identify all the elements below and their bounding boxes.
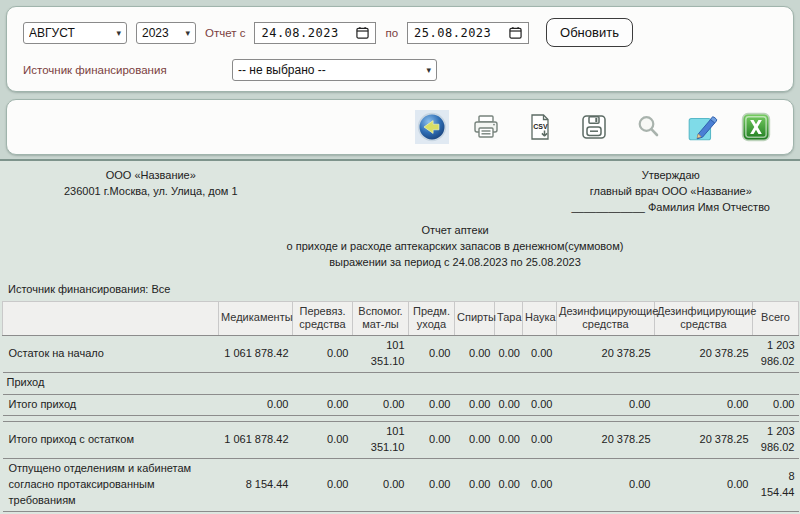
approve-line: Утверждаю [571,168,770,184]
excel-export-icon[interactable] [739,110,773,144]
value-cell: 8 154.44 [219,458,293,511]
report-from-label: Отчет с [205,27,245,39]
calendar-icon[interactable] [509,26,522,39]
edit-icon[interactable] [685,110,719,144]
value-cell: 0.00 [523,421,557,458]
value-cell: 101 351.10 [353,421,409,458]
value-cell: 0.00 [495,336,523,373]
report-table: МедикаментыПеревяз. средстваВспомог. мат… [2,301,799,514]
value-cell: 101 351.10 [353,336,409,373]
value-cell: 20 378.25 [557,421,655,458]
to-label: по [385,27,398,39]
header-cell: Перевяз. средства [293,301,353,336]
report-title: Отчет аптеки о приходе и расходе аптекар… [2,223,798,271]
value-cell: 0.00 [523,394,557,415]
value-cell: 0.00 [455,394,495,415]
table-header-row: МедикаментыПеревяз. средстваВспомог. мат… [3,301,799,336]
month-select[interactable]: АВГУСТ [23,22,127,44]
value-cell: 0.00 [655,394,753,415]
report-area: ООО «Название» 236001 г.Москва, ул. Улиц… [0,161,800,514]
date-to-input[interactable]: 25.08.2023 [407,22,529,44]
value-cell: 0.00 [409,336,455,373]
value-cell: 0.00 [495,394,523,415]
report-header: ООО «Название» 236001 г.Москва, ул. Улиц… [2,168,798,216]
value-cell: 0.00 [353,394,409,415]
year-select[interactable]: 2023 [136,22,196,44]
value-cell: 0.00 [409,421,455,458]
table-row: Итого приход с остатком1 061 878.420.001… [3,421,799,458]
value-cell: 0.00 [353,458,409,511]
row-label-cell: Остаток на начало [3,336,219,373]
value-cell: 0.00 [557,458,655,511]
header-cell: Предм. ухода [409,301,455,336]
header-cell: Спирты [455,301,495,336]
funding-source-select[interactable]: -- не выбрано -- [232,59,437,81]
header-cell: Дезинфицирующие средства [557,301,655,336]
date-to-value: 25.08.2023 [414,26,491,40]
calendar-icon[interactable] [356,26,369,39]
row-label-cell: Итого приход [3,394,219,415]
approve-line: главный врач ООО «Название» [571,184,770,200]
value-cell: 0.00 [523,458,557,511]
header-cell: Вспомог. мат-лы [353,301,409,336]
value-cell: 1 203 986.02 [753,336,799,373]
value-cell: 8 154.44 [753,458,799,511]
value-cell: 0.00 [655,458,753,511]
funding-source-label: Источник финансирования [23,64,223,76]
row-label-cell: Итого приход с остатком [3,421,219,458]
section-row: Приход [3,372,799,394]
month-select-wrap: АВГУСТ [23,22,127,44]
value-cell: 1 061 878.42 [219,421,293,458]
svg-text:CSV: CSV [533,123,548,130]
funding-select-wrap: -- не выбрано -- [232,59,437,81]
header-cell: Всего [753,301,799,336]
top-bar: АВГУСТ 2023 Отчет с 24.08.2023 по 25.08.… [0,0,800,161]
value-cell: 0.00 [293,421,353,458]
section-label: Приход [3,372,799,394]
back-icon[interactable] [415,110,449,144]
page: { "colors": { "page_bg": "#dde6e0", "top… [0,0,800,514]
value-cell: 0.00 [495,421,523,458]
report-title-line: выражении за период с 24.08.2023 по 25.0… [112,255,798,271]
value-cell: 0.00 [455,458,495,511]
header-cell: Тара [495,301,523,336]
approve-line: ____________ Фамилия Имя Отчество [571,200,770,216]
organization-block: ООО «Название» 236001 г.Москва, ул. Улиц… [64,168,238,216]
period-filter-row: АВГУСТ 2023 Отчет с 24.08.2023 по 25.08.… [23,18,777,47]
value-cell: 20 378.25 [655,336,753,373]
table-row: Остаток на начало1 061 878.420.00101 351… [3,336,799,373]
value-cell: 0.00 [753,394,799,415]
value-cell: 0.00 [293,336,353,373]
report-title-line: о приходе и расходе аптекарских запасов … [112,239,798,255]
save-icon[interactable] [577,110,611,144]
refresh-button[interactable]: Обновить [546,18,633,47]
csv-export-icon[interactable]: CSV [523,110,557,144]
search-icon[interactable] [631,110,665,144]
value-cell: 1 061 878.42 [219,336,293,373]
org-name: ООО «Название» [64,168,238,184]
value-cell: 0.00 [557,394,655,415]
value-cell: 0.00 [455,421,495,458]
date-from-input[interactable]: 24.08.2023 [254,22,376,44]
funding-note: Источник финансирования: Все [8,282,798,298]
report-title-line: Отчет аптеки [112,223,798,239]
value-cell: 1 203 986.02 [753,421,799,458]
approval-block: Утверждаю главный врач ООО «Название» __… [571,168,770,216]
value-cell: 0.00 [409,458,455,511]
row-label-cell: Отпущено отделениям и кабинетам согласно… [3,458,219,511]
value-cell: 0.00 [523,336,557,373]
org-address: 236001 г.Москва, ул. Улица, дом 1 [64,184,238,200]
value-cell: 0.00 [409,394,455,415]
header-cell: Медикаменты [219,301,293,336]
print-icon[interactable] [469,110,503,144]
table-row: Отпущено отделениям и кабинетам согласно… [3,458,799,511]
header-cell: Наука [523,301,557,336]
value-cell: 0.00 [219,394,293,415]
value-cell: 0.00 [455,336,495,373]
table-row: Итого приход0.000.000.000.000.000.000.00… [3,394,799,415]
header-cell-empty [3,301,219,336]
filter-panel: АВГУСТ 2023 Отчет с 24.08.2023 по 25.08.… [6,6,794,92]
toolbar: CSV [6,99,794,155]
date-from-value: 24.08.2023 [261,26,338,40]
value-cell: 0.00 [293,394,353,415]
